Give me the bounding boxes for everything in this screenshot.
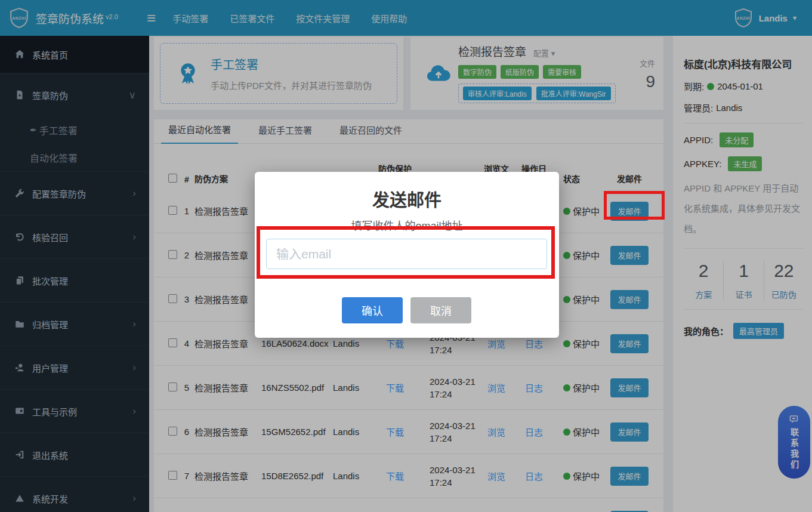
modal-subtitle: 填写收件人的email地址 — [255, 217, 559, 233]
cancel-button[interactable]: 取消 — [410, 297, 471, 323]
modal-title: 发送邮件 — [255, 186, 559, 211]
send-email-modal: 发送邮件 填写收件人的email地址 确认 取消 — [255, 172, 559, 338]
app-window: ANZHI 签章防伪系统v2.0 ≡ 手动签署 已签署文件 按文件夹管理 使用帮… — [0, 0, 812, 512]
confirm-button[interactable]: 确认 — [342, 297, 403, 323]
email-input[interactable] — [266, 239, 547, 269]
